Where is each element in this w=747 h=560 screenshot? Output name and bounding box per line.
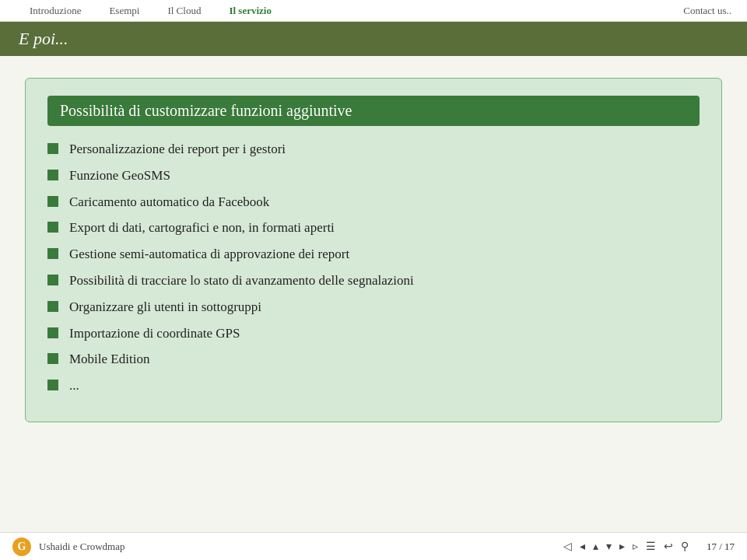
green-card: Possibilità di customizzare funzioni agg… — [25, 78, 722, 422]
bullet-text-8: Mobile Edition — [69, 350, 149, 369]
bullet-icon-3 — [47, 222, 58, 233]
nav-search-btn[interactable]: ⚲ — [679, 540, 691, 553]
bullet-item-1: Funzione GeoSMS — [47, 166, 700, 185]
slide-counter: 17 / 17 — [707, 541, 735, 553]
nav-il-servizio[interactable]: Il servizio — [215, 0, 286, 21]
nav-back-btn[interactable]: ↩ — [661, 540, 675, 553]
bullet-item-7: Importazione di coordinate GPS — [47, 324, 700, 343]
nav-menu-btn[interactable]: ☰ — [644, 540, 658, 553]
nav-last-btn[interactable]: ▹ — [630, 540, 640, 553]
section-header: E poi... — [0, 22, 747, 56]
nav-next-btn[interactable]: ▸ — [617, 540, 627, 553]
bottom-bar: G Ushaidi e Crowdmap ◁ ◂ ▴ ▾ ▸ ▹ ☰ ↩ ⚲ 1… — [0, 532, 747, 560]
nav-down-btn[interactable]: ▾ — [604, 540, 614, 553]
bullet-list: Personalizzazione dei report per i gesto… — [47, 140, 700, 395]
nav-prev-btn[interactable]: ◂ — [577, 540, 587, 553]
nav-il-cloud[interactable]: Il Cloud — [153, 0, 215, 21]
nav-introduzione[interactable]: Introduzione — [16, 0, 95, 21]
bullet-text-5: Possibilità di tracciare lo stato di ava… — [69, 271, 414, 290]
bullet-icon-9 — [47, 380, 58, 390]
bullet-item-0: Personalizzazione dei report per i gesto… — [47, 140, 700, 159]
bullet-item-6: Organizzare gli utenti in sottogruppi — [47, 298, 700, 317]
nav-up-btn[interactable]: ▴ — [591, 540, 601, 553]
bullet-item-5: Possibilità di tracciare lo stato di ava… — [47, 271, 700, 290]
main-content: Possibilità di customizzare funzioni agg… — [0, 56, 747, 422]
nav-contact-us[interactable]: Contact us.. — [683, 5, 731, 17]
logo-g-icon: G — [12, 537, 31, 556]
bullet-text-3: Export di dati, cartografici e non, in f… — [69, 219, 335, 237]
nav-first-btn[interactable]: ◁ — [561, 540, 574, 553]
bullet-text-4: Gestione semi-automatica di approvazione… — [69, 245, 349, 264]
bullet-icon-8 — [47, 353, 58, 364]
bullet-icon-1 — [47, 170, 58, 180]
bullet-text-0: Personalizzazione dei report per i gesto… — [69, 140, 286, 159]
bullet-icon-7 — [47, 327, 58, 338]
bullet-text-7: Importazione di coordinate GPS — [69, 324, 240, 343]
bottom-subtitle: Ushaidi e Crowdmap — [39, 541, 124, 553]
card-title: Possibilità di customizzare funzioni agg… — [47, 96, 700, 126]
bullet-icon-6 — [47, 301, 58, 312]
nav-esempi[interactable]: Esempi — [95, 0, 153, 21]
nav-bar: Introduzione Esempi Il Cloud Il servizio… — [0, 0, 747, 22]
bullet-item-2: Caricamento automatico da Facebook — [47, 193, 700, 212]
bottom-logo: G Ushaidi e Crowdmap — [12, 537, 124, 556]
bullet-item-4: Gestione semi-automatica di approvazione… — [47, 245, 700, 264]
section-title: E poi... — [19, 29, 68, 49]
bullet-icon-2 — [47, 196, 58, 207]
bullet-item-8: Mobile Edition — [47, 350, 700, 369]
bullet-text-1: Funzione GeoSMS — [69, 166, 170, 185]
bullet-icon-5 — [47, 275, 58, 285]
bullet-icon-0 — [47, 143, 58, 154]
bullet-item-3: Export di dati, cartografici e non, in f… — [47, 219, 700, 237]
bullet-text-6: Organizzare gli utenti in sottogruppi — [69, 298, 261, 317]
bullet-icon-4 — [47, 248, 58, 259]
bullet-text-2: Caricamento automatico da Facebook — [69, 193, 269, 212]
nav-controls: ◁ ◂ ▴ ▾ ▸ ▹ ☰ ↩ ⚲ — [561, 540, 691, 553]
bullet-item-9: ... — [47, 376, 700, 395]
bullet-text-9: ... — [69, 376, 79, 395]
